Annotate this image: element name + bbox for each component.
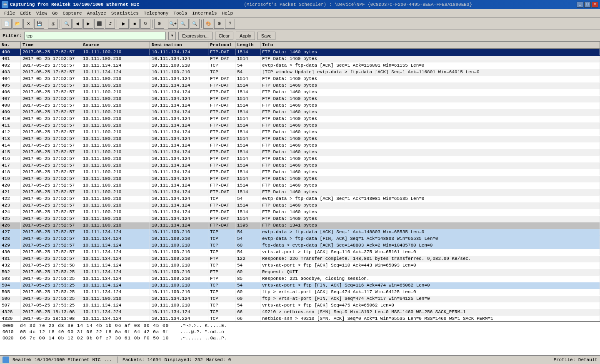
table-row[interactable]: 4042017-05-25 17:52:5710.111.100.21010.1… bbox=[0, 76, 600, 82]
table-row[interactable]: 43292017-05-25 18:13:0810.111.134.12410.… bbox=[0, 316, 600, 321]
table-row[interactable]: 4212017-05-25 17:52:5710.111.100.21010.1… bbox=[0, 189, 600, 196]
restart-button[interactable]: ↻ bbox=[140, 19, 150, 29]
title-bar-controls[interactable]: _ □ × bbox=[577, 2, 598, 7]
hex-row: 001005 dc 12 f8 40 00 3f 06 22 f8 0a 6f … bbox=[2, 329, 598, 335]
table-row[interactable]: 4032017-05-25 17:52:5710.111.134.12410.1… bbox=[0, 69, 600, 76]
table-row[interactable]: 4322017-05-25 17:52:5810.111.134.12410.1… bbox=[0, 262, 600, 269]
new-button[interactable]: 📄 bbox=[2, 19, 12, 29]
table-row[interactable]: 4142017-05-25 17:52:5710.111.100.21010.1… bbox=[0, 142, 600, 149]
table-row[interactable]: 4192017-05-25 17:52:5710.111.100.21010.1… bbox=[0, 176, 600, 182]
packet-list-container: No. Time Source Destination Protocol Len… bbox=[0, 42, 600, 322]
title-bar-right: (Microsoft's Packet Scheduler) : \Device… bbox=[244, 2, 472, 7]
menu-item-statistics[interactable]: Statistics bbox=[109, 10, 141, 16]
table-row[interactable]: 4012017-05-25 17:52:5710.111.100.21010.1… bbox=[0, 56, 600, 62]
table-row[interactable]: 4172017-05-25 17:52:5710.111.100.21010.1… bbox=[0, 162, 600, 169]
table-row[interactable]: 4002017-05-25 17:52:5710.111.100.21010.1… bbox=[0, 49, 600, 56]
table-row[interactable]: 4112017-05-25 17:52:5710.111.100.21010.1… bbox=[0, 122, 600, 129]
table-row[interactable]: 5032017-05-25 17:53:2510.111.134.12410.1… bbox=[0, 276, 600, 282]
table-row[interactable]: 4222017-05-25 17:52:5710.111.100.21010.1… bbox=[0, 196, 600, 202]
table-row[interactable]: 4252017-05-25 17:52:5710.111.100.21010.1… bbox=[0, 216, 600, 222]
reload-button[interactable]: ↺ bbox=[105, 19, 115, 29]
table-row[interactable]: 5022017-05-25 17:53:2510.111.134.12410.1… bbox=[0, 269, 600, 276]
app-icon: 🦈 bbox=[2, 1, 8, 8]
status-ellipsis: ... bbox=[104, 357, 112, 362]
save-filter-button[interactable]: Save bbox=[258, 32, 275, 40]
title-bar-left-text: Capturing from Realtek 10/100/1000 Ether… bbox=[10, 2, 139, 7]
table-row[interactable]: 4292017-05-25 17:52:5710.111.134.12410.1… bbox=[0, 242, 600, 249]
zoom-in-button[interactable]: 🔍+ bbox=[168, 19, 178, 29]
table-row[interactable]: 5052017-05-25 17:53:2510.111.134.12410.1… bbox=[0, 289, 600, 296]
zoom-out-button[interactable]: 🔍- bbox=[179, 19, 189, 29]
table-row[interactable]: 4092017-05-25 17:52:5710.111.100.21010.1… bbox=[0, 109, 600, 116]
prefs-button[interactable]: ⚙ bbox=[214, 19, 224, 29]
expression-button[interactable]: Expression... bbox=[178, 32, 212, 40]
menu-item-file[interactable]: File bbox=[2, 10, 18, 16]
table-row[interactable]: 5072017-05-25 17:53:2510.111.134.12410.1… bbox=[0, 302, 600, 309]
go-forward-button[interactable]: ▶ bbox=[83, 19, 93, 29]
menu-item-internals[interactable]: Internals bbox=[190, 10, 219, 16]
table-row[interactable]: 4152017-05-25 17:52:5710.111.100.21010.1… bbox=[0, 149, 600, 156]
table-row[interactable]: 4062017-05-25 17:52:5710.111.100.21010.1… bbox=[0, 89, 600, 96]
menu-item-help[interactable]: Help bbox=[220, 10, 235, 16]
status-bar: Realtek 10/100/1000 Ethernet NIC ... Pac… bbox=[0, 355, 600, 364]
table-row[interactable]: 4232017-05-25 17:52:5710.111.100.21010.1… bbox=[0, 202, 600, 209]
minimize-button[interactable]: _ bbox=[577, 2, 583, 7]
table-row[interactable]: 4132017-05-25 17:52:5710.111.100.21010.1… bbox=[0, 136, 600, 142]
help-button[interactable]: ? bbox=[225, 19, 235, 29]
start-capture-button[interactable]: ▶ bbox=[119, 19, 129, 29]
table-row[interactable]: 4122017-05-25 17:52:5710.111.100.21010.1… bbox=[0, 129, 600, 136]
menu-item-edit[interactable]: Edit bbox=[18, 10, 33, 16]
options-button[interactable]: ⚙ bbox=[154, 19, 164, 29]
colorize-button[interactable]: 🎨 bbox=[203, 19, 213, 29]
table-row[interactable]: 4082017-05-25 17:52:5710.111.100.21010.1… bbox=[0, 102, 600, 109]
print-button[interactable]: 🖨 bbox=[48, 19, 58, 29]
goto-button[interactable]: ⬛ bbox=[94, 19, 104, 29]
zoom-reset-button[interactable]: 🔍 bbox=[190, 19, 200, 29]
table-row[interactable]: 4162017-05-25 17:52:5710.111.100.21010.1… bbox=[0, 156, 600, 162]
col-dst: Destination bbox=[150, 42, 208, 48]
close-button[interactable]: ✕ bbox=[23, 19, 33, 29]
menu-item-capture[interactable]: Capture bbox=[60, 10, 84, 16]
menu-item-telephony[interactable]: Telephony bbox=[141, 10, 171, 16]
status-nic: Realtek 10/100/1000 Ethernet NIC bbox=[12, 357, 100, 362]
col-info: Info bbox=[260, 42, 600, 48]
hex-panel: 0000d4 3d 7e 23 d8 3e 14 14 4b 1b 96 af … bbox=[0, 322, 600, 355]
toolbar: 📄 📂 ✕ 💾 🖨 🔍 ◀ ▶ ⬛ ↺ ▶ ■ ↻ ⚙ 🔍+ 🔍- 🔍 🎨 ⚙ … bbox=[0, 17, 600, 30]
clear-button[interactable]: Clear bbox=[215, 32, 233, 40]
open-button[interactable]: 📂 bbox=[12, 19, 22, 29]
table-row[interactable]: 4102017-05-25 17:52:5710.111.100.21010.1… bbox=[0, 116, 600, 122]
col-no: No. bbox=[0, 42, 21, 48]
table-row[interactable]: 4052017-05-25 17:52:5710.111.100.21010.1… bbox=[0, 82, 600, 89]
menu-item-view[interactable]: View bbox=[34, 10, 50, 16]
table-row[interactable]: 4302017-05-25 17:52:5710.111.134.12410.1… bbox=[0, 249, 600, 256]
title-bar-left: 🦈 Capturing from Realtek 10/100/1000 Eth… bbox=[2, 1, 139, 8]
find-button[interactable]: 🔍 bbox=[62, 19, 72, 29]
table-row[interactable]: 4202017-05-25 17:52:5710.111.100.21010.1… bbox=[0, 182, 600, 189]
stop-capture-button[interactable]: ■ bbox=[130, 19, 140, 29]
filter-bar: Filter: ▼ Expression... Clear Apply Save bbox=[0, 30, 600, 42]
maximize-button[interactable]: □ bbox=[584, 2, 591, 7]
table-row[interactable]: 5062017-05-25 17:53:2510.111.100.21010.1… bbox=[0, 296, 600, 302]
menu-bar: FileEditViewGoCaptureAnalyzeStatisticsTe… bbox=[0, 9, 600, 17]
table-row[interactable]: 4282017-05-25 17:52:5710.111.134.12410.1… bbox=[0, 236, 600, 242]
table-row[interactable]: 5042017-05-25 17:53:2510.111.134.12410.1… bbox=[0, 282, 600, 289]
table-row[interactable]: 4072017-05-25 17:52:5710.111.100.21010.1… bbox=[0, 96, 600, 102]
table-row[interactable]: 4272017-05-25 17:52:5710.111.134.12410.1… bbox=[0, 229, 600, 236]
table-row[interactable]: 4022017-05-25 17:52:5710.111.134.12410.1… bbox=[0, 62, 600, 69]
packet-list[interactable]: 4002017-05-25 17:52:5710.111.100.21010.1… bbox=[0, 49, 600, 321]
table-row[interactable]: 4182017-05-25 17:52:5710.111.100.21010.1… bbox=[0, 169, 600, 176]
apply-button[interactable]: Apply bbox=[236, 32, 255, 40]
menu-item-analyze[interactable]: Analyze bbox=[85, 10, 109, 16]
filter-input[interactable] bbox=[24, 32, 166, 40]
save-button[interactable]: 💾 bbox=[34, 19, 44, 29]
table-row[interactable]: 4312017-05-25 17:52:5710.111.134.12410.1… bbox=[0, 256, 600, 262]
status-displayed: Displayed: 252 bbox=[164, 357, 202, 362]
table-row[interactable]: 4242017-05-25 17:52:5710.111.100.21010.1… bbox=[0, 209, 600, 216]
filter-dropdown-button[interactable]: ▼ bbox=[168, 32, 176, 40]
table-row[interactable]: 43282017-05-25 18:13:0810.111.134.22410.… bbox=[0, 309, 600, 316]
close-button[interactable]: × bbox=[592, 2, 598, 7]
menu-item-go[interactable]: Go bbox=[50, 10, 60, 16]
menu-item-tools[interactable]: Tools bbox=[171, 10, 190, 16]
go-back-button[interactable]: ◀ bbox=[72, 19, 82, 29]
table-row[interactable]: 4262017-05-25 17:52:5710.111.100.21010.1… bbox=[0, 222, 600, 229]
